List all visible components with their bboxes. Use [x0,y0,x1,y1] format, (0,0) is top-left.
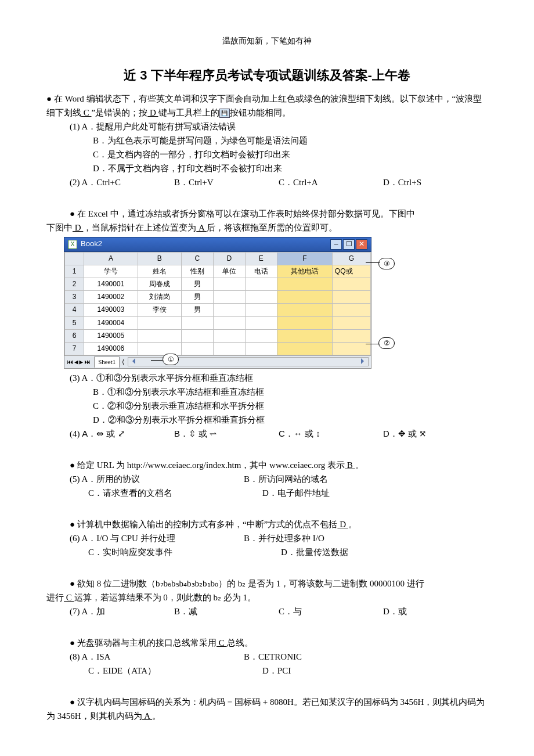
cell-G4[interactable] [332,304,370,316]
q1-row2: (2) A．Ctrl+C B．Ctrl+V C．Ctrl+A D．Ctrl+S [46,175,488,189]
excel-icon: X [68,240,77,249]
q1-stem-d: 按钮功能相同。 [230,108,291,117]
cell-C6[interactable] [181,329,213,342]
cell-G5[interactable] [332,316,370,329]
cell-D6[interactable] [213,329,245,342]
col-E[interactable]: E [245,252,277,265]
q7-stem-a: 汉字机内码与国标码的关系为：机内码 = 国标码 + 8080H。若已知某汉字的国… [77,697,485,707]
cell-B6[interactable] [138,329,181,342]
cell-E6[interactable] [245,329,277,342]
q3-answer: B [345,460,355,470]
cell-E7[interactable] [245,342,277,355]
col-F[interactable]: F [277,252,332,265]
q5-stem-b-line: 进行 C 运算，若运算结果不为 0，则此数的 b₂ 必为 1。 [46,591,488,604]
cell-D4[interactable] [213,304,245,316]
col-B[interactable]: B [138,252,181,265]
cell-A6[interactable]: 1490005 [84,329,138,342]
col-C[interactable]: C [181,252,213,265]
col-A[interactable]: A [84,252,138,265]
cell-D3[interactable] [213,291,245,304]
q5-stem-a: 欲知 8 位二进制数（b₇b₆b₅b₄b₃b₂b₁b₀）的 b₂ 是否为 1，可… [77,579,424,588]
q1-opt-c: C．是文档内容的一部分，打印文档时会被打印出来 [46,147,488,161]
question-3: 给定 URL 为 http://www.ceiaec.org/index.htm… [46,458,488,472]
cell-A7[interactable]: 1490006 [84,342,138,355]
cell-A4[interactable]: 1490003 [84,304,138,316]
cell-F2[interactable] [277,278,332,290]
cell-B5[interactable] [138,316,181,329]
sheet-tab-1[interactable]: Sheet1 [94,357,120,368]
cell-C7[interactable] [181,342,213,355]
callout-3-line [366,262,380,263]
sheet-nav-icon[interactable]: ⏮◀▶⏭ [67,357,92,368]
col-G[interactable]: G [332,252,370,265]
cell-F6[interactable] [277,329,332,342]
cell-E3[interactable] [245,291,277,304]
cell-G6[interactable] [332,329,370,342]
q6-b: B．CETRONIC [244,650,488,664]
cell-B2[interactable]: 周春成 [138,278,181,290]
corner-cell[interactable] [65,252,84,265]
q1-opt-b: B．为红色表示可能是拼写问题，为绿色可能是语法问题 [46,134,488,147]
row-7-hdr[interactable]: 7 [65,342,84,355]
cell-B7[interactable] [138,342,181,355]
minimize-button[interactable]: – [330,239,342,250]
cell-A2[interactable]: 1490001 [84,278,138,290]
close-button[interactable]: ✕ [356,239,367,250]
question-2: 在 Excel 中，通过冻结或者拆分窗格可以在滚动工作表时始终保持部分数据可见。… [46,207,488,221]
q6-stem-b: 总线。 [227,638,253,647]
question-4: 计算机中数据输入输出的控制方式有多种，“中断”方式的优点不包括 D 。 [46,517,488,531]
cell-B3[interactable]: 刘清岗 [138,291,181,304]
maximize-button[interactable]: ☐ [343,239,355,250]
cell-G2[interactable] [332,278,370,290]
cell-C4[interactable]: 男 [181,304,213,316]
row-6-hdr[interactable]: 6 [65,329,84,342]
cell-D1[interactable]: 单位 [213,265,245,278]
cell-C1[interactable]: 性别 [181,265,213,278]
sheet-tabs: ⏮◀▶⏭ Sheet1 ⟨ [64,355,371,368]
q3-c: C．请求查看的文档名 [70,486,262,500]
cell-A3[interactable]: 1490002 [84,291,138,304]
cell-F5[interactable] [277,316,332,329]
q1-2-c: C．Ctrl+A [279,175,383,189]
cell-E2[interactable] [245,278,277,290]
q1-stem-c: 键与工具栏上的 [158,108,219,117]
cell-G7[interactable] [332,342,370,355]
cell-F7[interactable] [277,342,332,355]
q6-d: D．PCI [262,664,488,678]
col-D[interactable]: D [213,252,245,265]
q6-answer: C [217,638,227,647]
cell-E5[interactable] [245,316,277,329]
row-3-hdr[interactable]: 3 [65,291,84,304]
cell-C2[interactable]: 男 [181,278,213,290]
row-5-hdr[interactable]: 5 [65,316,84,329]
q2-opt-a: A．①和③分别表示水平拆分框和垂直冻结框 [81,373,253,383]
q4-d: D．批量传送数据 [262,545,488,559]
hsplit-handle-icon[interactable]: ⟨ [122,357,124,368]
cell-F1[interactable]: 其他电话 [277,265,332,278]
header-note: 温故而知新，下笔如有神 [46,35,488,48]
cell-F4[interactable] [277,304,332,316]
row-2-hdr[interactable]: 2 [65,278,84,290]
q5-opts: (7) A．加 B．减 C．与 D．或 [46,604,488,618]
cell-D2[interactable] [213,278,245,290]
cell-A1[interactable]: 学号 [84,265,138,278]
cell-C3[interactable]: 男 [181,291,213,304]
row-1-hdr[interactable]: 1 [65,265,84,278]
q2-row4: (4) A．⇹ 或 ⤢ B．⇳ 或 ⥋ C．↔ 或 ↕ D．✥ 或 ⤧ [46,427,488,441]
cell-D5[interactable] [213,316,245,329]
cell-E4[interactable] [245,304,277,316]
cell-D7[interactable] [213,342,245,355]
cell-G1[interactable]: QQ或 [332,265,370,278]
cell-C5[interactable] [181,316,213,329]
cell-B1[interactable]: 姓名 [138,265,181,278]
cell-F3[interactable] [277,291,332,304]
excel-grid: A B C D E F G 1 学号 姓名 性别 单位 电话 其他电话 QQ或 … [64,252,371,356]
q5-d: D．或 [383,604,488,618]
cell-E1[interactable]: 电话 [245,265,277,278]
q2-4-d: D．✥ 或 ⤧ [383,427,488,441]
cell-A5[interactable]: 1490004 [84,316,138,329]
cell-B4[interactable]: 李侠 [138,304,181,316]
cell-G3[interactable] [332,291,370,304]
q2-num3: (3) [70,373,80,383]
row-4-hdr[interactable]: 4 [65,304,84,316]
